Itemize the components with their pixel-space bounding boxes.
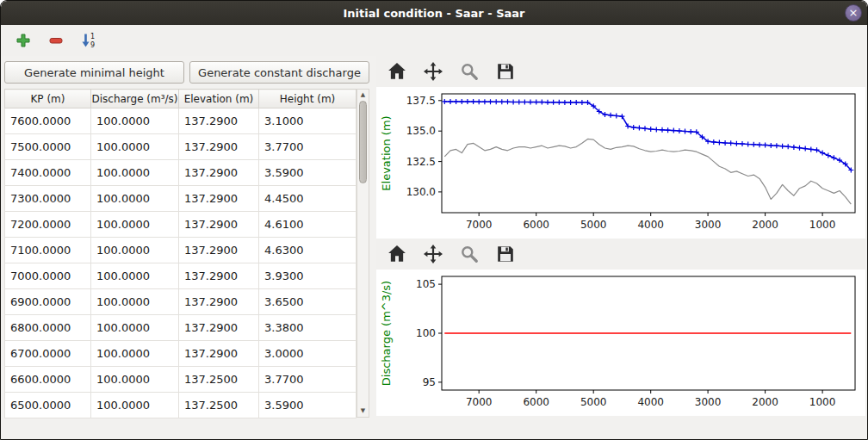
right-panel: 7000600050004000300020001000130.0132.513…: [373, 56, 867, 439]
table-cell[interactable]: 137.2900: [179, 212, 259, 238]
scroll-up-arrow[interactable]: ▲: [357, 90, 369, 101]
move-icon: [424, 245, 443, 263]
table-cell[interactable]: 4.4500: [259, 186, 356, 212]
svg-text:Discharge (m^3/s): Discharge (m^3/s): [380, 281, 393, 386]
generate-minimal-height-button[interactable]: Generate minimal height: [4, 61, 184, 84]
titlebar[interactable]: Initial condition - Saar - Saar ×: [1, 1, 867, 25]
table-cell[interactable]: 6600.0000: [5, 367, 91, 393]
table-scrollbar[interactable]: ▲ ▼: [356, 89, 369, 418]
table-cell[interactable]: 3.6500: [259, 289, 356, 315]
table-cell[interactable]: 137.2900: [179, 160, 259, 186]
table-cell[interactable]: 7000.0000: [5, 263, 91, 289]
table-row[interactable]: 6600.0000100.0000137.25003.7700: [5, 367, 356, 393]
table-cell[interactable]: 7500.0000: [5, 134, 91, 160]
column-header[interactable]: KP (m): [5, 90, 91, 108]
table-row[interactable]: 7100.0000100.0000137.29004.6300: [5, 238, 356, 263]
table-cell[interactable]: 137.2900: [179, 315, 259, 341]
table-cell[interactable]: 137.2500: [179, 367, 259, 393]
content-area: Generate minimal height Generate constan…: [1, 56, 867, 439]
table-cell[interactable]: 7300.0000: [5, 186, 91, 212]
elevation-zoom-button[interactable]: [459, 61, 480, 82]
svg-text:9: 9: [90, 41, 95, 49]
table-row[interactable]: 7000.0000100.0000137.29003.9300: [5, 263, 356, 289]
table-cell[interactable]: 6900.0000: [5, 289, 91, 315]
table-cell[interactable]: 100.0000: [91, 315, 179, 341]
table-cell[interactable]: 7200.0000: [5, 212, 91, 238]
discharge-home-button[interactable]: [387, 244, 407, 264]
table-cell[interactable]: 3.1000: [259, 108, 356, 134]
table-cell[interactable]: 137.2900: [179, 289, 259, 315]
table-cell[interactable]: 3.3800: [259, 315, 356, 341]
table-cell[interactable]: 7100.0000: [5, 238, 91, 263]
discharge-zoom-button[interactable]: [459, 244, 480, 264]
table-row[interactable]: 6500.0000100.0000137.25003.5900: [5, 393, 356, 418]
elevation-pan-button[interactable]: [423, 61, 443, 82]
initial-condition-table: KP (m)Discharge (m³/s)Elevation (m)Heigh…: [4, 89, 356, 418]
sort-button[interactable]: 1 9: [78, 30, 99, 51]
table-cell[interactable]: 100.0000: [91, 186, 179, 212]
table-cell[interactable]: 100.0000: [91, 212, 179, 238]
table-row[interactable]: 7500.0000100.0000137.29003.7700: [5, 134, 356, 160]
scrollbar-thumb[interactable]: [359, 101, 367, 183]
table-cell[interactable]: 100.0000: [91, 238, 179, 263]
table-row[interactable]: 7300.0000100.0000137.29004.4500: [5, 186, 356, 212]
svg-text:137.5: 137.5: [406, 95, 436, 107]
table-cell[interactable]: 3.5900: [259, 393, 356, 418]
home-icon: [388, 245, 406, 263]
remove-row-button[interactable]: [46, 30, 66, 51]
svg-text:130.0: 130.0: [406, 186, 436, 198]
table-cell[interactable]: 100.0000: [91, 393, 179, 418]
svg-text:95: 95: [423, 376, 436, 388]
table-cell[interactable]: 6700.0000: [5, 341, 91, 367]
table-cell[interactable]: 137.2900: [179, 134, 259, 160]
remove-icon: [48, 33, 64, 48]
svg-text:135.0: 135.0: [406, 125, 436, 137]
table-cell[interactable]: 4.6100: [259, 212, 356, 238]
table-cell[interactable]: 7600.0000: [5, 108, 91, 134]
column-header[interactable]: Elevation (m): [179, 90, 259, 108]
elevation-save-button[interactable]: [495, 61, 516, 82]
discharge-save-button[interactable]: [495, 244, 516, 264]
scroll-down-arrow[interactable]: ▼: [357, 406, 369, 417]
table-cell[interactable]: 100.0000: [91, 160, 179, 186]
table-cell[interactable]: 100.0000: [91, 134, 179, 160]
table-cell[interactable]: 100.0000: [91, 108, 179, 134]
table-row[interactable]: 6900.0000100.0000137.29003.6500: [5, 289, 356, 315]
scrollbar-track[interactable]: [357, 101, 369, 406]
discharge-chart[interactable]: 700060005000400030002000100095100105Disc…: [376, 270, 865, 416]
table-cell[interactable]: 7400.0000: [5, 160, 91, 186]
table-cell[interactable]: 137.2900: [179, 341, 259, 367]
discharge-pan-button[interactable]: [423, 244, 443, 264]
column-header[interactable]: Discharge (m³/s): [91, 90, 179, 108]
table-cell[interactable]: 3.7700: [259, 134, 356, 160]
close-button[interactable]: ×: [845, 4, 862, 22]
svg-text:3000: 3000: [695, 396, 722, 408]
table-row[interactable]: 7600.0000100.0000137.29003.1000: [5, 108, 356, 134]
table-cell[interactable]: 6500.0000: [5, 393, 91, 418]
add-row-button[interactable]: [13, 30, 34, 51]
elevation-chart[interactable]: 7000600050004000300020001000130.0132.513…: [376, 87, 865, 239]
table-cell[interactable]: 3.7700: [259, 367, 356, 393]
generate-constant-discharge-button[interactable]: Generate constant discharge: [189, 61, 369, 84]
table-cell[interactable]: 137.2900: [179, 186, 259, 212]
table-row[interactable]: 7200.0000100.0000137.29004.6100: [5, 212, 356, 238]
table-cell[interactable]: 3.5900: [259, 160, 356, 186]
table-cell[interactable]: 3.0000: [259, 341, 356, 367]
table-cell[interactable]: 6800.0000: [5, 315, 91, 341]
table-cell[interactable]: 137.2500: [179, 393, 259, 418]
table-cell[interactable]: 137.2900: [179, 263, 259, 289]
table-cell[interactable]: 137.2900: [179, 238, 259, 263]
table-cell[interactable]: 3.9300: [259, 263, 356, 289]
table-row[interactable]: 6700.0000100.0000137.29003.0000: [5, 341, 356, 367]
table-cell[interactable]: 100.0000: [91, 367, 179, 393]
table-cell[interactable]: 100.0000: [91, 341, 179, 367]
elevation-home-button[interactable]: [387, 61, 407, 82]
table-cell[interactable]: 100.0000: [91, 263, 179, 289]
column-header[interactable]: Height (m): [259, 90, 356, 108]
table-row[interactable]: 7400.0000100.0000137.29003.5900: [5, 160, 356, 186]
table-header-row: KP (m)Discharge (m³/s)Elevation (m)Heigh…: [5, 90, 356, 108]
table-row[interactable]: 6800.0000100.0000137.29003.3800: [5, 315, 356, 341]
table-cell[interactable]: 4.6300: [259, 238, 356, 263]
table-cell[interactable]: 137.2900: [179, 108, 259, 134]
table-cell[interactable]: 100.0000: [91, 289, 179, 315]
